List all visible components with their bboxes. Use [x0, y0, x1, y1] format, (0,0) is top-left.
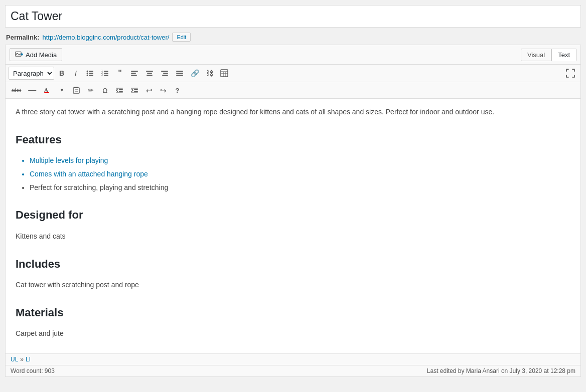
fullscreen-button[interactable] — [563, 68, 577, 79]
svg-point-4 — [87, 71, 88, 72]
designed-for-heading: Designed for — [16, 206, 570, 224]
clear-formatting-button[interactable]: ✏ — [84, 85, 97, 96]
toolbar-row1: Paragraph Heading 1 Heading 2 Heading 3 … — [6, 65, 580, 82]
align-justify-icon — [176, 69, 184, 77]
horizontal-rule-button[interactable]: — — [25, 84, 39, 96]
unordered-list-icon — [86, 69, 94, 77]
undo-button[interactable]: ↩ — [142, 85, 156, 96]
svg-rect-13 — [104, 73, 108, 74]
path-ul[interactable]: UL — [11, 356, 18, 363]
fullscreen-icon — [566, 69, 575, 78]
svg-rect-7 — [89, 73, 93, 74]
svg-rect-40 — [119, 91, 123, 92]
svg-rect-41 — [116, 88, 123, 89]
table-icon — [220, 69, 228, 77]
view-tabs: Visual Text — [521, 49, 576, 61]
materials-text: Carpet and jute — [16, 328, 570, 339]
permalink-row: Permalink: http://demo.blogginc.com/prod… — [5, 31, 581, 45]
svg-rect-17 — [131, 73, 136, 74]
paragraph-format-select[interactable]: Paragraph Heading 1 Heading 2 Heading 3 — [9, 67, 54, 80]
editor-container: Permalink: http://demo.blogginc.com/prod… — [0, 0, 586, 392]
permalink-link[interactable]: http://demo.blogginc.com/product/cat-tow… — [42, 34, 169, 41]
svg-rect-46 — [131, 93, 138, 94]
insert-table-button[interactable] — [217, 67, 231, 79]
add-media-label: Add Media — [26, 51, 57, 59]
font-color-dropdown[interactable]: ▼ — [55, 87, 68, 93]
align-center-icon — [145, 69, 154, 77]
intro-paragraph: A three story cat tower with a scratchin… — [16, 106, 570, 117]
svg-rect-21 — [146, 75, 153, 76]
svg-rect-28 — [221, 70, 228, 77]
svg-rect-22 — [161, 71, 168, 72]
word-count-value: 903 — [45, 367, 55, 374]
toolbar-top: Add Media Visual Text — [6, 45, 580, 65]
svg-rect-9 — [89, 75, 93, 76]
svg-rect-43 — [134, 89, 138, 90]
svg-rect-26 — [176, 73, 183, 74]
tab-visual[interactable]: Visual — [521, 49, 551, 61]
tab-text[interactable]: Text — [551, 49, 576, 61]
svg-rect-5 — [89, 71, 93, 72]
font-color-button[interactable]: A — [40, 84, 54, 96]
last-edited-text: Last edited by Maria Ansari on July 3, 2… — [427, 367, 575, 374]
features-heading: Features — [16, 131, 570, 148]
feature-item-2: Comes with an attached hanging rope — [30, 168, 570, 179]
svg-rect-20 — [147, 73, 152, 74]
unordered-list-button[interactable] — [83, 67, 97, 79]
insert-link-button[interactable]: 🔗 — [188, 68, 202, 79]
word-count-label: Word count: — [11, 367, 43, 374]
permalink-edit-button[interactable]: Edit — [172, 33, 191, 42]
features-list: Multiple levels for playing Comes with a… — [30, 155, 570, 193]
svg-rect-15 — [104, 75, 108, 76]
svg-rect-34 — [44, 92, 49, 93]
svg-rect-18 — [131, 75, 137, 76]
toolbar-row2: abc — A ▼ ✏ — [6, 82, 580, 99]
svg-rect-25 — [176, 71, 183, 72]
title-row — [5, 5, 581, 28]
svg-text:A: A — [44, 87, 48, 93]
svg-rect-39 — [119, 89, 123, 90]
path-bar: UL » LI — [6, 353, 580, 365]
svg-rect-11 — [104, 71, 108, 72]
outdent-icon — [115, 86, 123, 94]
font-color-icon: A — [43, 86, 51, 94]
svg-rect-45 — [131, 88, 138, 89]
align-justify-button[interactable] — [173, 67, 187, 79]
paste-text-icon — [72, 86, 80, 94]
svg-rect-36 — [73, 88, 79, 93]
italic-button[interactable]: I — [69, 68, 82, 79]
svg-point-8 — [87, 75, 88, 76]
svg-rect-23 — [163, 73, 168, 74]
feature-item-3: Perfect for scratching, playing and stre… — [30, 182, 570, 193]
svg-rect-24 — [162, 75, 168, 76]
svg-rect-19 — [146, 71, 153, 72]
indent-icon — [130, 86, 138, 94]
redo-button[interactable]: ↪ — [157, 85, 170, 96]
svg-text:3.: 3. — [101, 73, 103, 76]
indent-button[interactable] — [127, 84, 141, 96]
align-center-button[interactable] — [142, 67, 157, 79]
outdent-button[interactable] — [112, 84, 126, 96]
add-media-icon — [15, 51, 23, 59]
align-left-button[interactable] — [127, 67, 141, 79]
content-area[interactable]: A three story cat tower with a scratchin… — [6, 99, 580, 353]
special-chars-button[interactable]: Ω — [98, 85, 111, 96]
remove-link-button[interactable]: ⛓ — [203, 68, 216, 79]
help-button[interactable]: ? — [171, 85, 184, 96]
word-count-section: Word count: 903 — [11, 367, 55, 374]
ordered-list-button[interactable]: 1. 2. 3. — [98, 67, 112, 79]
path-li[interactable]: LI — [26, 356, 31, 363]
status-bar: Word count: 903 Last edited by Maria Ans… — [6, 365, 580, 376]
permalink-label: Permalink: — [6, 34, 39, 41]
align-right-icon — [161, 69, 169, 77]
add-media-button[interactable]: Add Media — [10, 48, 62, 61]
paste-as-text-button[interactable] — [69, 84, 83, 96]
align-right-button[interactable] — [158, 67, 172, 79]
bold-button[interactable]: B — [55, 68, 68, 79]
materials-heading: Materials — [16, 304, 570, 321]
strikethrough-button[interactable]: abc — [9, 85, 24, 95]
post-title-input[interactable] — [6, 6, 580, 27]
designed-for-text: Kittens and cats — [16, 231, 570, 242]
blockquote-button[interactable]: " — [113, 67, 126, 79]
align-left-icon — [130, 69, 138, 77]
